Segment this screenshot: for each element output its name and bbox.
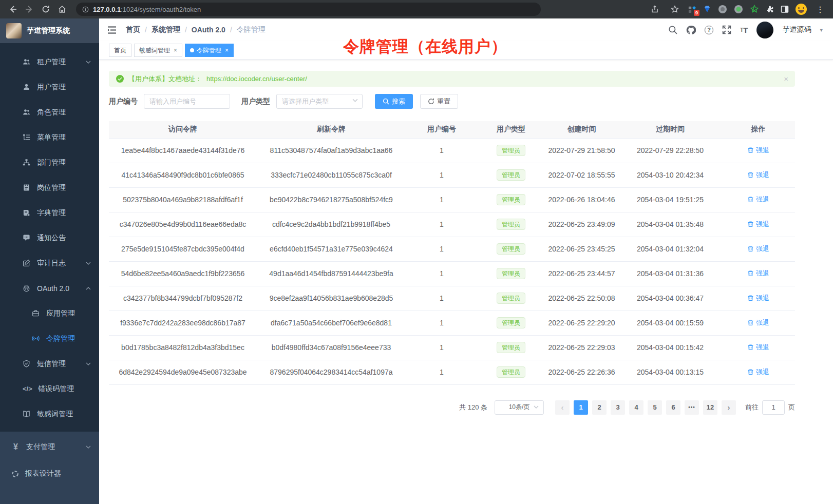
search-button[interactable]: 搜索	[375, 94, 413, 109]
user-id-input[interactable]	[144, 94, 230, 109]
user-avatar[interactable]	[756, 22, 773, 38]
fullscreen-icon[interactable]	[722, 25, 731, 34]
tab-token[interactable]: 令牌管理 ×	[185, 44, 234, 57]
page-button-2[interactable]: 2	[592, 400, 607, 415]
app-title: 芋道管理系统	[27, 26, 70, 35]
force-logout-button[interactable]: 强退	[747, 294, 769, 303]
red-annotation-text: 令牌管理（在线用户）	[343, 36, 507, 57]
extension-blocks-icon[interactable]: 9	[688, 5, 696, 13]
bookmark-star-icon[interactable]	[668, 3, 681, 16]
sidebar-item-oauth-app[interactable]: 应用管理	[0, 301, 99, 326]
sidebar: 芋道管理系统 租户管理 用户管理 角色管理 菜单管	[0, 18, 99, 504]
page-button-1[interactable]: 1	[574, 400, 588, 415]
table-row: c347026e805e4d99b0d116eae66eda8ccdfc4ce9…	[109, 212, 795, 237]
force-logout-button[interactable]: 强退	[747, 220, 769, 229]
col-user-id: 用户编号	[406, 121, 478, 138]
app-logo[interactable]: 芋道管理系统	[0, 18, 99, 43]
trash-icon	[747, 147, 754, 153]
gray-circle-extension-icon[interactable]	[718, 5, 727, 14]
sidebar-item-oauth-token[interactable]: 令牌管理	[0, 326, 99, 351]
user-icon	[23, 83, 30, 91]
page-button-12[interactable]: 12	[703, 400, 717, 415]
chevron-down-icon	[86, 445, 91, 449]
trash-icon	[747, 270, 754, 277]
browser-menu-icon[interactable]: ⋮	[813, 3, 827, 16]
more-pages-button[interactable]: •••	[685, 400, 699, 415]
page-button-5[interactable]: 5	[648, 400, 662, 415]
search-icon	[383, 98, 389, 105]
user-type-badge: 管理员	[497, 243, 525, 255]
table-row: 41c41346a548490f9dc8b01c6bfe0865333ecfc7…	[109, 163, 795, 187]
close-icon[interactable]: ×	[225, 47, 229, 54]
page-button-6[interactable]: 6	[666, 400, 680, 415]
site-info-icon[interactable]	[82, 6, 89, 13]
page-button-4[interactable]: 4	[629, 400, 643, 415]
sidebar-item-notice[interactable]: 通知公告	[0, 225, 99, 250]
sidebar-item-sensitive-word[interactable]: 敏感词管理	[0, 401, 99, 427]
sidebar-item-dept[interactable]: 部门管理	[0, 150, 99, 175]
sidebar-item-role[interactable]: 角色管理	[0, 100, 99, 125]
green-star-extension-icon[interactable]	[750, 5, 759, 14]
goto-page-input[interactable]	[762, 400, 785, 415]
search-icon[interactable]	[668, 25, 677, 34]
github-icon[interactable]	[686, 25, 696, 35]
sidebar-item-dict[interactable]: 字典管理	[0, 200, 99, 225]
sidebar-item-post[interactable]: 岗位管理	[0, 175, 99, 200]
close-icon[interactable]: ×	[174, 47, 177, 54]
split-square-icon[interactable]	[781, 5, 789, 13]
green-dot-extension-icon[interactable]	[734, 5, 743, 14]
force-logout-button[interactable]: 强退	[747, 318, 769, 327]
code-icon: </>	[23, 385, 31, 393]
sidebar-item-menu[interactable]: 菜单管理	[0, 125, 99, 150]
signal-icon	[32, 335, 40, 342]
browser-url-bar[interactable]: 127.0.0.1:1024/system/oauth2/token	[76, 3, 541, 16]
trash-icon	[747, 344, 754, 351]
sidebar-item-user[interactable]: 用户管理	[0, 74, 99, 100]
sidebar-item-payment[interactable]: ¥ 支付管理	[0, 434, 99, 460]
prev-page-button[interactable]: ‹	[555, 400, 570, 415]
sidebar-collapse-icon[interactable]	[107, 26, 117, 34]
breadcrumb-home[interactable]: 首页	[126, 25, 140, 34]
caret-down-icon[interactable]: ▾	[820, 27, 823, 33]
share-icon[interactable]	[648, 3, 661, 16]
user-type-badge: 管理员	[497, 219, 525, 230]
username[interactable]: 芋道源码	[782, 25, 811, 34]
force-logout-button[interactable]: 强退	[747, 146, 769, 155]
doc-link[interactable]: https://doc.iocoder.cn/user-center/	[206, 75, 307, 83]
force-logout-button[interactable]: 强退	[747, 195, 769, 204]
browser-forward-icon[interactable]	[23, 3, 36, 16]
force-logout-button[interactable]: 强退	[747, 367, 769, 377]
sidebar-item-report-designer[interactable]: 报表设计器	[0, 460, 99, 487]
font-size-icon[interactable]: TT	[740, 26, 748, 34]
gem-extension-icon[interactable]	[703, 5, 711, 13]
sidebar-item-tenant[interactable]: 租户管理	[0, 49, 99, 74]
sidebar-item-audit-log[interactable]: 审计日志	[0, 250, 99, 276]
user-type-badge: 管理员	[497, 293, 525, 304]
browser-back-icon[interactable]	[6, 3, 20, 16]
table-row: c342377bf8b344799dcbf7bf095287f29ce8ef2a…	[109, 286, 795, 311]
user-type-select[interactable]	[276, 94, 363, 109]
tab-home[interactable]: 首页	[109, 44, 131, 57]
user-type-label: 用户类型	[241, 97, 270, 106]
active-dot	[190, 48, 194, 52]
page-size-select[interactable]: 10条/页	[495, 400, 544, 415]
next-page-button[interactable]: ›	[722, 400, 736, 415]
alert-close-icon[interactable]: ×	[784, 75, 788, 83]
breadcrumb-system[interactable]: 系统管理	[152, 25, 180, 34]
extensions-puzzle-icon[interactable]	[766, 5, 774, 13]
reset-button[interactable]: 重置	[420, 94, 458, 109]
profile-avatar[interactable]	[796, 4, 807, 15]
breadcrumb-oauth2[interactable]: OAuth 2.0	[192, 26, 225, 34]
page-button-3[interactable]: 3	[611, 400, 625, 415]
force-logout-button[interactable]: 强退	[747, 244, 769, 254]
sidebar-item-sms[interactable]: 短信管理	[0, 351, 99, 376]
help-icon[interactable]: ?	[705, 26, 713, 34]
browser-reload-icon[interactable]	[39, 3, 52, 16]
force-logout-button[interactable]: 强退	[747, 269, 769, 278]
tab-sensitive-word[interactable]: 敏感词管理 ×	[134, 44, 182, 57]
force-logout-button[interactable]: 强退	[747, 343, 769, 352]
force-logout-button[interactable]: 强退	[747, 170, 769, 180]
browser-home-icon[interactable]	[55, 3, 69, 16]
sidebar-item-oauth2[interactable]: OAuth 2.0	[0, 276, 99, 301]
sidebar-item-error-code[interactable]: </> 错误码管理	[0, 376, 99, 401]
